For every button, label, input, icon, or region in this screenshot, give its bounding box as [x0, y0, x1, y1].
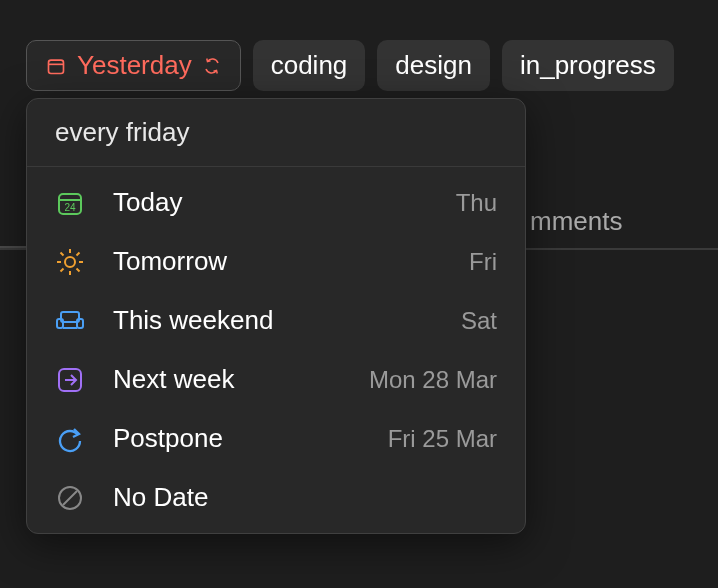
header-pills-row: Yesterday coding design in_progress [0, 0, 718, 91]
option-postpone[interactable]: Postpone Fri 25 Mar [27, 409, 525, 468]
option-meta: Thu [456, 189, 497, 217]
tag-label: in_progress [520, 50, 656, 81]
tag-label: design [395, 50, 472, 81]
date-picker-popover: 24 Today Thu Tomorrow [26, 98, 526, 534]
option-meta: Fri 25 Mar [388, 425, 497, 453]
option-meta: Mon 28 Mar [369, 366, 497, 394]
date-options-list: 24 Today Thu Tomorrow [27, 167, 525, 533]
option-label: Postpone [113, 423, 360, 454]
option-label: Tomorrow [113, 246, 441, 277]
sun-icon [55, 247, 85, 277]
svg-line-11 [77, 268, 80, 271]
svg-line-12 [61, 268, 64, 271]
option-label: No Date [113, 482, 469, 513]
tag-pill-in-progress[interactable]: in_progress [502, 40, 674, 91]
recurring-icon [202, 56, 222, 76]
option-label: This weekend [113, 305, 433, 336]
due-date-text: Yesterday [77, 50, 192, 81]
calendar-icon [45, 55, 67, 77]
svg-line-13 [77, 252, 80, 255]
svg-line-10 [61, 252, 64, 255]
svg-rect-16 [77, 319, 83, 328]
svg-rect-0 [49, 60, 64, 73]
option-no-date[interactable]: No Date [27, 468, 525, 527]
couch-icon [55, 306, 85, 336]
no-date-icon [55, 483, 85, 513]
tag-pill-coding[interactable]: coding [253, 40, 366, 91]
option-next-week[interactable]: Next week Mon 28 Mar [27, 350, 525, 409]
redo-icon [55, 424, 85, 454]
option-meta: Fri [469, 248, 497, 276]
option-label: Next week [113, 364, 341, 395]
option-meta: Sat [461, 307, 497, 335]
arrow-next-icon [55, 365, 85, 395]
tab-comments-fragment: mments [530, 206, 622, 237]
divider-fragment-left [0, 246, 26, 248]
tag-pill-design[interactable]: design [377, 40, 490, 91]
calendar-today-icon: 24 [55, 188, 85, 218]
option-tomorrow[interactable]: Tomorrow Fri [27, 232, 525, 291]
svg-line-21 [63, 491, 77, 505]
option-label: Today [113, 187, 428, 218]
svg-text:24: 24 [64, 202, 76, 213]
option-this-weekend[interactable]: This weekend Sat [27, 291, 525, 350]
date-search-input[interactable] [55, 117, 497, 148]
tag-label: coding [271, 50, 348, 81]
svg-point-5 [65, 257, 75, 267]
svg-rect-15 [57, 319, 63, 328]
date-search-row [27, 99, 525, 167]
option-today[interactable]: 24 Today Thu [27, 173, 525, 232]
due-date-pill[interactable]: Yesterday [26, 40, 241, 91]
